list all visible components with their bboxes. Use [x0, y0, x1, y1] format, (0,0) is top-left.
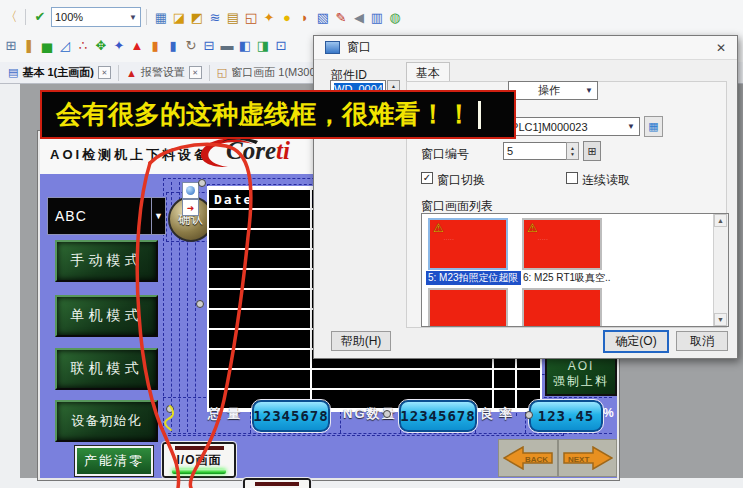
pen-icon[interactable]: ✎: [332, 9, 350, 27]
toolbar-icon-group-1: ▦◪◩≋▤◱✦●◗▧✎◀▥◍: [152, 8, 404, 27]
selection-handle[interactable]: [196, 300, 204, 308]
list-scrollbar[interactable]: ▲ ▼: [713, 214, 728, 326]
device-init-button[interactable]: 设备初始化: [55, 400, 158, 442]
recipe-select-box[interactable]: ABC: [47, 197, 159, 235]
capacity-clear-button[interactable]: 产能清零: [75, 446, 153, 476]
line-chart-icon[interactable]: ◿: [56, 37, 74, 55]
ok-button[interactable]: 确定(O): [603, 330, 669, 353]
device-address-select[interactable]: [PLC1]M000023 ▼: [503, 117, 640, 136]
window-number-spinner[interactable]: ▲▼: [566, 142, 579, 160]
zoom-select[interactable]: 100% ▼: [51, 7, 141, 27]
button-label: I/O画面: [176, 452, 221, 469]
dialog-title-bar[interactable]: 窗口 ✕: [314, 36, 737, 60]
manual-mode-button[interactable]: 手动模式: [55, 240, 158, 282]
toolbar-overflow-icon[interactable]: 〈: [2, 8, 20, 26]
table-column-divider: [310, 188, 312, 410]
pan-hand-icon[interactable]: ❚: [20, 37, 38, 55]
button-label: 取消: [690, 333, 714, 350]
toolbar-separator: [146, 9, 147, 25]
parts-library2-icon[interactable]: ◩: [188, 9, 206, 27]
translate-icon[interactable]: ▥: [368, 9, 386, 27]
monitor-icon[interactable]: ◧: [236, 37, 254, 55]
tab-basic[interactable]: 基本: [406, 62, 450, 83]
screen-edit-icon[interactable]: ⊡: [272, 37, 290, 55]
compass-icon[interactable]: ✦: [110, 37, 128, 55]
action-select[interactable]: 操作 ▼: [508, 81, 598, 100]
bell-icon[interactable]: ◗: [296, 9, 314, 27]
single-mode-button[interactable]: 单机模式: [55, 295, 158, 337]
info-lamp-icon[interactable]: ●: [278, 9, 296, 27]
device-comment-icon[interactable]: ▧: [314, 9, 332, 27]
dialog-title: 窗口: [347, 39, 371, 56]
keyboard-icon: ▦: [648, 120, 658, 133]
window-jump-icon[interactable]: ◱: [242, 9, 260, 27]
window-thumbnail-6[interactable]: ⚠.....: [524, 220, 600, 268]
cancel-button[interactable]: 取消: [676, 331, 728, 351]
orange-panel-icon[interactable]: ▮: [146, 37, 164, 55]
recipe-dropdown-arrow[interactable]: ▼: [151, 197, 166, 235]
continuous-read-label: 连续读取: [582, 172, 630, 189]
parts-library-icon[interactable]: ◪: [170, 9, 188, 27]
ng-count-display[interactable]: 12345678: [399, 400, 477, 432]
warning-icon: ⚠: [527, 221, 538, 235]
bar-chart-icon[interactable]: ▅: [38, 37, 56, 55]
data-check-icon[interactable]: ✔: [31, 8, 49, 26]
grid-icon[interactable]: ⊞: [2, 37, 20, 55]
close-icon[interactable]: ✕: [98, 66, 111, 79]
total-value-display[interactable]: 12345678: [252, 400, 330, 432]
selection-handle[interactable]: [198, 179, 206, 187]
close-icon[interactable]: ✕: [705, 36, 737, 60]
tab-alarm-settings[interactable]: ▲ 报警设置 ✕: [122, 62, 206, 84]
graph-settings-icon[interactable]: ≋: [206, 9, 224, 27]
keypad-button[interactable]: ⊞: [583, 141, 601, 161]
screen-image-icon[interactable]: ▦: [152, 9, 170, 27]
window-thumbnail-partial[interactable]: [430, 290, 506, 327]
window-thumbnail-5[interactable]: ⚠.....: [430, 220, 506, 268]
device-browse-button[interactable]: ▦: [644, 116, 663, 137]
online-mode-button[interactable]: 联机模式: [55, 348, 158, 390]
thumbnail-caption[interactable]: 6: M25 RT1吸真空..: [523, 271, 611, 285]
window-number-label: 窗口编号: [421, 146, 469, 163]
global-icon[interactable]: ◍: [386, 9, 404, 27]
window-switch-checkbox[interactable]: ✓: [421, 172, 433, 184]
cascade-icon[interactable]: ⊟: [200, 37, 218, 55]
button-label-line2: 强制上料: [553, 374, 609, 389]
speaker-icon[interactable]: ◀: [350, 9, 368, 27]
dashed-line: [163, 433, 612, 434]
strip-icon[interactable]: ▬: [218, 37, 236, 55]
thumbnail-caption-selected[interactable]: 5: M23拍照定位超限: [426, 271, 521, 285]
logo-text-dark: Core: [226, 137, 276, 164]
blue-orb-adorner-icon[interactable]: [182, 182, 199, 199]
script-icon[interactable]: ▤: [224, 9, 242, 27]
back-button[interactable]: BACK: [498, 439, 558, 477]
tab-base-screen[interactable]: ▤ 基本 1(主画面) ✕: [4, 62, 115, 84]
scroll-down-icon[interactable]: ▼: [714, 313, 727, 326]
monitor2-icon[interactable]: ◨: [254, 37, 272, 55]
red-arrow-adorner-icon[interactable]: ➜: [182, 199, 199, 216]
scatter-chart-icon[interactable]: ∴: [74, 37, 92, 55]
button-label: 单机模式: [71, 307, 143, 325]
scroll-up-icon[interactable]: ▲: [714, 214, 727, 227]
move-arrows-icon[interactable]: ✥: [92, 37, 110, 55]
annotation-callout: 会有很多的这种虚线框，很难看！！: [40, 90, 516, 139]
continuous-read-checkbox[interactable]: [566, 172, 578, 184]
window-icon: ◱: [217, 66, 227, 79]
next-button[interactable]: NEXT: [558, 439, 617, 477]
selection-handle[interactable]: [525, 411, 533, 419]
info-screen-button[interactable]: 说明画面: [243, 478, 311, 488]
io-screen-button[interactable]: I/O画面: [162, 442, 236, 478]
window-screen-list[interactable]: ⚠..... 5: M23拍照定位超限 ⚠..... 6: M25 RT1吸真空…: [421, 213, 729, 327]
tab-label: 报警设置: [141, 65, 185, 80]
window-part-dialog[interactable]: 窗口 ✕ 部件ID WD_0004 ▲▼ 基本 操作 ▼ [PLC1]M0000…: [313, 35, 738, 359]
selection-handle[interactable]: [166, 405, 174, 413]
selection-handle[interactable]: [383, 410, 391, 418]
key-icon[interactable]: ✦: [260, 9, 278, 27]
tab-separator: [118, 65, 119, 81]
yield-display[interactable]: 123.45: [529, 400, 603, 432]
blue-panel-icon[interactable]: ▮: [164, 37, 182, 55]
jump-window-icon[interactable]: ↻: [182, 37, 200, 55]
alarm-lamp-icon[interactable]: ▲: [128, 37, 146, 55]
help-button[interactable]: 帮助(H): [331, 331, 391, 351]
window-thumbnail-partial[interactable]: [524, 290, 600, 327]
close-icon[interactable]: ✕: [189, 66, 202, 79]
